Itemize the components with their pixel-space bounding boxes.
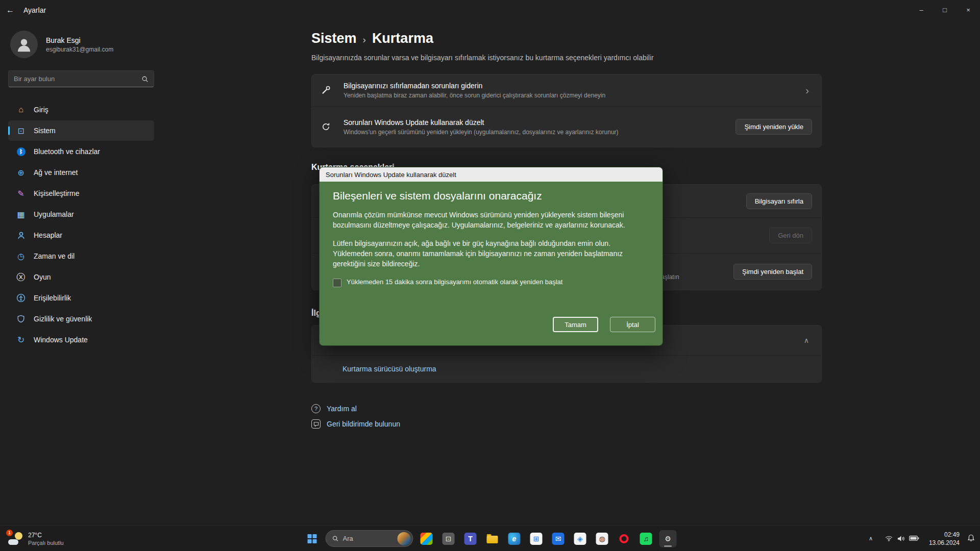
breadcrumb-parent[interactable]: Sistem xyxy=(311,31,357,46)
maximize-icon: □ xyxy=(943,6,947,14)
chevron-right-icon: › xyxy=(802,85,812,96)
reinstall-now-button[interactable]: Şimdi yeniden yükle xyxy=(736,119,812,135)
battery-icon xyxy=(909,536,919,541)
sidebar-item-ag[interactable]: ⊕ Ağ ve internet xyxy=(8,162,154,183)
user-email: esgiburak31@gmail.com xyxy=(46,46,113,53)
dialog-paragraph-2: Lütfen bilgisayarınızın açık, ağa bağlı … xyxy=(333,238,649,269)
settings-search-input[interactable] xyxy=(14,75,141,83)
feedback-label: Geri bildirimde bulunun xyxy=(327,420,400,428)
feedback-icon xyxy=(311,419,321,429)
paint-icon xyxy=(421,533,433,545)
sidebar-item-windows-update[interactable]: ↻ Windows Update xyxy=(8,330,154,350)
notification-center-button[interactable] xyxy=(966,532,976,545)
dialog-paragraph-1: Onarımla çözüm mümkünse mevcut Windows s… xyxy=(333,210,649,231)
help-link-row: Kurtarma sürücüsü oluşturma xyxy=(312,355,821,382)
dialog-heading: Bileşenleri ve sistem dosyalarını onarac… xyxy=(333,190,649,202)
cancel-button[interactable]: İptal xyxy=(610,317,655,332)
time-language-icon: ◷ xyxy=(15,252,27,261)
sidebar-item-hesaplar[interactable]: Hesaplar xyxy=(8,225,154,245)
close-button[interactable]: × xyxy=(957,0,980,19)
footer-links: ? Yardım al Geri bildirimde bulunun xyxy=(311,404,822,429)
sidebar-item-gizlilik[interactable]: Gizlilik ve güvenlik xyxy=(8,309,154,329)
gear-icon: ⚙ xyxy=(662,533,674,545)
windows-update-repair-dialog: Sorunları Windows Update kullanarak düze… xyxy=(319,167,663,346)
white-circle-app-icon[interactable]: ◍ xyxy=(594,530,611,547)
reset-pc-button[interactable]: Bilgisayarı sıfırla xyxy=(746,193,812,209)
sidebar-item-erisilebilirlik[interactable]: Erişilebilirlik xyxy=(8,288,154,308)
sidebar-item-zaman[interactable]: ◷ Zaman ve dil xyxy=(8,246,154,266)
row-desc: Windows'un geçerli sürümünü yeniden yükl… xyxy=(344,129,736,136)
fix-without-reset-row[interactable]: Bilgisayarınızı sıfırlamadan sorunları g… xyxy=(312,74,821,106)
home-icon: ⌂ xyxy=(15,105,27,114)
titlebar: ← Ayarlar – □ × xyxy=(0,0,980,20)
teams-app-icon[interactable]: T xyxy=(462,530,479,547)
chevron-up-icon: ∧ xyxy=(801,336,812,344)
photos-app-icon[interactable]: ◈ xyxy=(572,530,589,547)
network-icon: ⊕ xyxy=(15,168,27,178)
sidebar-item-label: Kişiselleştirme xyxy=(34,189,79,197)
wrench-icon xyxy=(321,85,344,95)
fix-with-windows-update-row: Sorunları Windows Update kullanarak düze… xyxy=(312,106,821,147)
sidebar-item-label: Erişilebilirlik xyxy=(34,294,71,302)
paint-app-icon[interactable] xyxy=(418,530,435,547)
start-button[interactable] xyxy=(304,530,321,547)
taskbar-center: ⊡ T e ⊞ ✉ ◈ ◍ ♫ ⚙ xyxy=(304,530,677,547)
ok-button[interactable]: Tamam xyxy=(553,317,598,332)
sidebar-item-uygulamalar[interactable]: ▦ Uygulamalar xyxy=(8,204,154,224)
get-help-link[interactable]: ? Yardım al xyxy=(311,404,822,413)
tray-chevron-up-icon[interactable]: ∧ xyxy=(867,532,875,545)
feedback-link[interactable]: Geri bildirimde bulunun xyxy=(311,419,822,429)
back-arrow-icon: ← xyxy=(6,6,14,15)
widgets-badge: 1 xyxy=(6,530,13,536)
restart-now-button[interactable]: Şimdi yeniden başlat xyxy=(733,264,812,280)
teams-icon: T xyxy=(464,533,477,545)
taskbar-search[interactable] xyxy=(326,530,413,547)
search-icon xyxy=(141,76,149,83)
sidebar-item-kisisellestirme[interactable]: ✎ Kişiselleştirme xyxy=(8,183,154,204)
checkbox-label: Yüklemeden 15 dakika sonra bilgisayarımı… xyxy=(347,278,562,286)
checkbox[interactable] xyxy=(333,279,341,287)
maximize-button[interactable]: □ xyxy=(933,0,957,19)
tray-date: 13.06.2024 xyxy=(929,539,960,547)
person-icon xyxy=(15,36,33,53)
breadcrumb-separator-icon: › xyxy=(363,32,366,45)
sidebar-item-sistem[interactable]: ⊡ Sistem xyxy=(8,120,154,141)
window-controls: – □ × xyxy=(910,0,980,19)
auto-restart-checkbox-row[interactable]: Yüklemeden 15 dakika sonra bilgisayarımı… xyxy=(333,278,649,287)
weather-temp: 27°C xyxy=(28,532,64,539)
mail-app-icon[interactable]: ✉ xyxy=(550,530,567,547)
system-icon: ⊡ xyxy=(15,126,27,136)
recovery-drive-link[interactable]: Kurtarma sürücüsü oluşturma xyxy=(342,365,436,373)
spotify-app-icon[interactable]: ♫ xyxy=(638,530,655,547)
sidebar-item-label: Gizlilik ve güvenlik xyxy=(34,315,92,323)
user-profile[interactable]: Burak Esgi esgiburak31@gmail.com xyxy=(8,28,154,61)
close-icon: × xyxy=(966,6,970,14)
back-button[interactable]: ← xyxy=(0,0,20,20)
file-explorer-app-icon[interactable] xyxy=(484,530,501,547)
taskbar-search-input[interactable] xyxy=(343,535,394,542)
sidebar-item-label: Uygulamalar xyxy=(34,210,74,218)
dialog-buttons: Tamam İptal xyxy=(553,317,655,332)
sidebar-item-giris[interactable]: ⌂ Giriş xyxy=(8,99,154,120)
opera-app-icon[interactable] xyxy=(616,530,633,547)
avatar xyxy=(10,31,38,58)
search-highlight-image xyxy=(398,532,411,545)
monitor-icon: ⊡ xyxy=(443,533,455,545)
settings-search[interactable] xyxy=(8,70,154,87)
edge-app-icon[interactable]: e xyxy=(506,530,523,547)
clock[interactable]: 02:49 13.06.2024 xyxy=(929,530,960,546)
sidebar-item-bluetooth[interactable]: ᛒ Bluetooth ve cihazlar xyxy=(8,141,154,162)
sidebar-item-oyun[interactable]: ⓧ Oyun xyxy=(8,267,154,287)
widgets-weather-button[interactable]: 1 27°C Parçalı bulutlu xyxy=(4,530,68,548)
store-app-icon[interactable]: ⊞ xyxy=(528,530,545,547)
sidebar-nav: ⌂ Giriş ⊡ Sistem ᛒ Bluetooth ve cihazlar… xyxy=(8,99,154,350)
window-title: Ayarlar xyxy=(23,6,46,14)
settings-app-icon[interactable]: ⚙ xyxy=(659,530,677,547)
tray-status-icons[interactable] xyxy=(881,532,922,545)
update-icon: ↻ xyxy=(15,335,27,345)
sidebar-item-label: Zaman ve dil xyxy=(34,252,75,260)
monitor-app-icon[interactable]: ⊡ xyxy=(440,530,457,547)
page-subtitle: Bilgisayarınızda sorunlar varsa ve bilgi… xyxy=(311,54,822,62)
minimize-button[interactable]: – xyxy=(910,0,933,19)
get-help-icon: ? xyxy=(311,404,321,413)
